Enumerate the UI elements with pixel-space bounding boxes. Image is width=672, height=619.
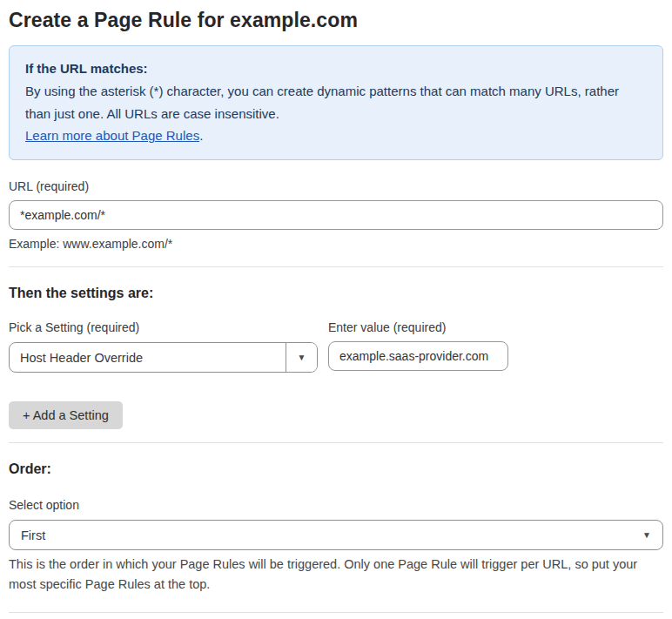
- page-rule-form: Create a Page Rule for example.com If th…: [0, 0, 672, 619]
- setting-select-value: Host Header Override: [10, 351, 286, 365]
- chevron-down-icon: ▼: [642, 531, 651, 540]
- url-input[interactable]: [9, 200, 663, 230]
- setting-value-column: Enter value (required): [328, 309, 508, 371]
- link-period: .: [199, 128, 203, 143]
- divider-before-actions: [9, 612, 663, 613]
- order-select-label: Select option: [9, 498, 663, 512]
- setting-value-label: Enter value (required): [328, 320, 508, 334]
- page-title: Create a Page Rule for example.com: [9, 9, 663, 32]
- order-section-heading: Order:: [9, 461, 663, 477]
- url-matches-info-box: If the URL matches: By using the asteris…: [9, 45, 663, 160]
- setting-value-input[interactable]: [328, 341, 508, 371]
- setting-picker-label: Pick a Setting (required): [9, 320, 318, 334]
- setting-select[interactable]: Host Header Override ▼: [9, 342, 318, 373]
- setting-picker-column: Pick a Setting (required) Host Header Ov…: [9, 301, 318, 373]
- chevron-down-icon: ▼: [298, 353, 306, 362]
- info-box-heading: If the URL matches:: [25, 57, 647, 80]
- add-setting-button[interactable]: + Add a Setting: [9, 401, 123, 429]
- settings-section-heading: Then the settings are:: [9, 286, 663, 301]
- url-field-label: URL (required): [9, 179, 663, 193]
- divider-after-url: [9, 266, 663, 267]
- divider-after-settings: [9, 442, 663, 443]
- order-select-value: First: [21, 528, 45, 542]
- settings-row: Pick a Setting (required) Host Header Ov…: [9, 301, 663, 373]
- order-select[interactable]: First ▼: [9, 520, 663, 550]
- learn-more-link[interactable]: Learn more about Page Rules: [25, 128, 199, 143]
- info-box-body: By using the asterisk (*) character, you…: [25, 80, 647, 125]
- info-box-link-line: Learn more about Page Rules.: [25, 124, 647, 147]
- setting-select-arrow-button[interactable]: ▼: [286, 343, 317, 372]
- url-example-hint: Example: www.example.com/*: [9, 237, 663, 251]
- order-help-text: This is the order in which your Page Rul…: [9, 555, 663, 594]
